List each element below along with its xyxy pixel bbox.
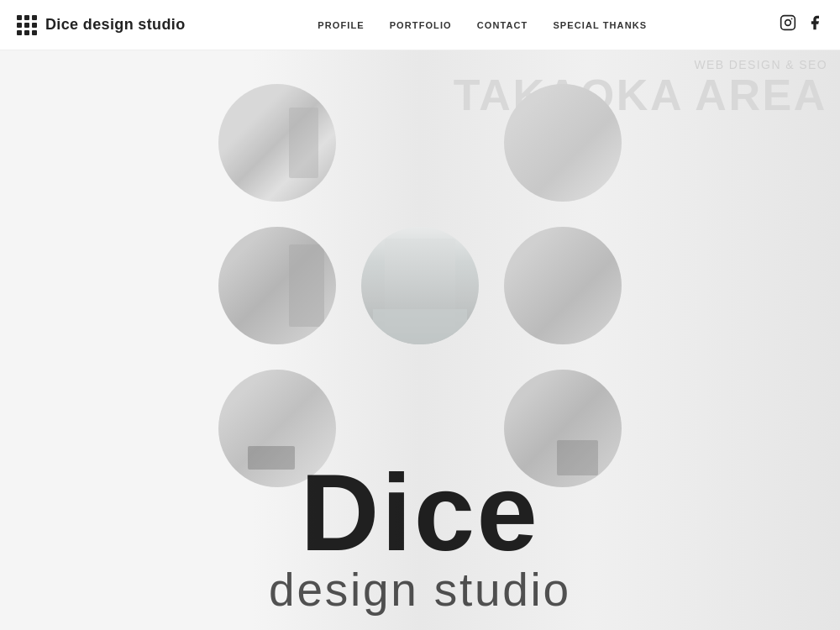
- logo-text: Dice design studio: [45, 16, 186, 34]
- social-icons: [780, 14, 823, 35]
- logo-dot: [24, 15, 29, 20]
- circles-grid: [210, 84, 630, 487]
- circle-1: [218, 84, 336, 202]
- site-header: Dice design studio PROFILE PORTFOLIO CON…: [0, 0, 840, 50]
- svg-point-2: [791, 18, 793, 20]
- logo-dot: [32, 23, 37, 28]
- circle-6: [504, 227, 622, 344]
- logo-dot: [24, 30, 29, 35]
- nav-profile[interactable]: PROFILE: [318, 20, 364, 30]
- logo-dot: [32, 30, 37, 35]
- brand-sub-text: design studio: [269, 567, 571, 613]
- circle-4: [218, 227, 336, 344]
- svg-point-1: [785, 20, 791, 26]
- nav-contact[interactable]: CONTACT: [477, 20, 528, 30]
- logo-dot: [17, 30, 22, 35]
- circle-3: [504, 84, 622, 202]
- facebook-icon[interactable]: [806, 14, 823, 35]
- circle-5: [361, 227, 479, 344]
- logo-area: Dice design studio: [17, 15, 186, 35]
- circle-2-empty: [361, 84, 479, 202]
- logo-dot: [17, 23, 22, 28]
- brand-dice-text: Dice: [269, 458, 571, 567]
- bg-text-top: WEB DESIGN & SEO: [454, 59, 827, 71]
- logo-grid-icon: [17, 15, 37, 35]
- dice-circles-wrapper: [210, 84, 630, 487]
- logo-dot: [24, 23, 29, 28]
- nav-portfolio[interactable]: PORTFOLIO: [390, 20, 452, 30]
- instagram-icon[interactable]: [780, 14, 796, 35]
- svg-rect-0: [781, 16, 795, 30]
- logo-dot: [17, 15, 22, 20]
- brand-text-large: Dice design studio: [269, 458, 571, 613]
- nav-special-thanks[interactable]: SPECIAL THANKS: [553, 20, 647, 30]
- hero-section: WEB DESIGN & SEO TAKAOKA AREA Dice desig…: [0, 50, 840, 630]
- logo-dot: [32, 15, 37, 20]
- main-nav: PROFILE PORTFOLIO CONTACT SPECIAL THANKS: [318, 20, 647, 30]
